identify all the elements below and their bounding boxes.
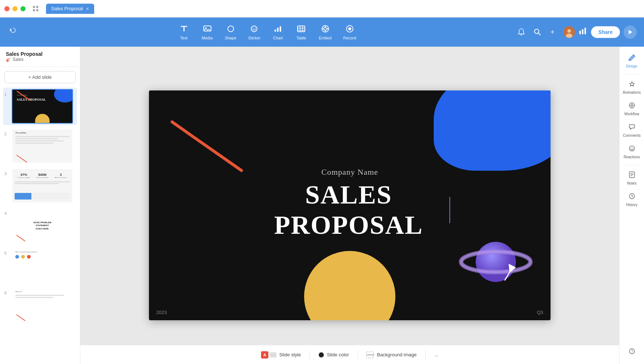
animations-panel-button[interactable]: Animations	[621, 77, 643, 97]
apps-icon[interactable]	[30, 3, 42, 15]
svg-point-21	[324, 27, 327, 30]
slide-number-2: 2	[4, 129, 9, 136]
minimize-window-btn[interactable]	[12, 6, 18, 11]
sticker-tool-button[interactable]: Sticker	[243, 22, 266, 43]
slide-thumbnail-5: Who is impacted by this problem?	[12, 248, 73, 283]
record-tool-label: Record	[343, 36, 356, 40]
slide-thumbnail-1: Company Name SALES PROPOSAL	[12, 89, 73, 124]
table-tool-icon	[297, 24, 306, 34]
slide-color-label: Slide color	[327, 352, 349, 357]
background-image-label: Background image	[377, 352, 417, 357]
svg-line-29	[538, 33, 541, 35]
svg-rect-13	[277, 28, 279, 32]
planet-sticker[interactable]	[456, 233, 536, 291]
bottom-sep-3	[425, 351, 426, 359]
share-button[interactable]: Share	[591, 26, 620, 38]
notifications-button[interactable]	[515, 26, 528, 38]
svg-rect-36	[584, 28, 586, 34]
comments-icon	[628, 123, 636, 132]
svg-marker-37	[629, 30, 632, 34]
table-tool-label: Table	[296, 36, 306, 40]
slide-color-item[interactable]: Slide color	[319, 352, 349, 357]
history-icon	[628, 193, 636, 202]
play-button[interactable]	[624, 26, 637, 39]
add-slide-button[interactable]: + Add slide	[4, 71, 76, 83]
reactions-label: Reactions	[624, 155, 640, 159]
red-line-decoration	[170, 120, 244, 173]
title-bar: Sales Proposal ×	[0, 0, 644, 18]
design-icon	[628, 54, 636, 63]
svg-point-50	[630, 148, 631, 148]
more-options-item[interactable]: ...	[434, 352, 438, 357]
slide-item-5[interactable]: 5 Who is impacted by this problem?	[3, 247, 77, 284]
app-body: Sales Proposal 🎸 Sales + Add slide 1 Com…	[0, 47, 644, 364]
chart-tool-button[interactable]: Chart	[267, 22, 289, 43]
bottom-sep-1	[310, 351, 310, 359]
history-panel-button[interactable]: History	[621, 190, 643, 210]
undo-button[interactable]	[7, 26, 19, 39]
workflow-icon	[628, 102, 636, 111]
slide-item-6[interactable]: 6 Why now?	[3, 286, 77, 324]
slide-item-2[interactable]: 2 The problem	[3, 127, 77, 165]
add-button[interactable]: +	[547, 26, 560, 38]
slide-thumbnail-4: HUGE PROBLEMSTATEMENTGOES HERE.	[12, 208, 73, 243]
svg-point-33	[566, 34, 572, 38]
svg-text:+: +	[551, 28, 555, 36]
slide-item-3[interactable]: 3 67% Customer engaged $40M Revenue achi…	[3, 167, 77, 205]
slide-item-4[interactable]: 4 HUGE PROBLEMSTATEMENTGOES HERE.	[3, 207, 77, 244]
svg-rect-12	[275, 30, 276, 32]
background-icon	[367, 355, 374, 355]
history-label: History	[626, 203, 637, 207]
search-button[interactable]	[531, 26, 544, 38]
color-dot	[319, 352, 324, 357]
background-image-item[interactable]: Background image	[367, 352, 417, 357]
svg-rect-34	[579, 31, 581, 34]
canvas-text-area: Company Name SALES PROPOSAL	[249, 167, 450, 240]
active-tab[interactable]: Sales Proposal ×	[46, 4, 94, 14]
analytics-button[interactable]	[579, 27, 587, 38]
record-tool-button[interactable]: Record	[338, 22, 361, 43]
notes-panel-button[interactable]: Notes	[621, 168, 643, 188]
embed-tool-button[interactable]: Embed	[314, 22, 337, 43]
help-button[interactable]: ?	[621, 345, 643, 360]
slide-style-item[interactable]: A Slide style	[261, 351, 301, 359]
slide-canvas[interactable]: Company Name SALES PROPOSAL	[149, 90, 551, 320]
workflow-label: Workflow	[624, 112, 639, 116]
breadcrumb-title: Sales Proposal	[6, 51, 74, 57]
shape-tool-icon	[226, 24, 235, 34]
svg-point-32	[567, 29, 571, 33]
slide-number-5: 5	[4, 248, 9, 255]
main-title-text: SALES PROPOSAL	[249, 180, 450, 240]
comments-panel-button[interactable]: Comments	[621, 120, 643, 140]
text-tool-button[interactable]: Text	[173, 22, 195, 43]
svg-point-43	[629, 103, 635, 108]
yellow-circle-decoration	[304, 251, 395, 320]
avatar[interactable]	[563, 26, 575, 38]
shape-tool-button[interactable]: Shape	[220, 22, 242, 43]
embed-tool-icon	[321, 24, 330, 34]
style-a-badge: A	[261, 351, 268, 359]
main-area: Company Name SALES PROPOSAL	[80, 47, 619, 364]
svg-point-11	[255, 27, 256, 28]
notes-label: Notes	[627, 181, 636, 185]
slide-thumbnail-3: 67% Customer engaged $40M Revenue achiev…	[12, 169, 73, 203]
chart-tool-label: Chart	[273, 36, 283, 40]
svg-rect-15	[298, 26, 305, 32]
slide-number-6: 6	[4, 288, 9, 295]
sidebar-separator-2	[625, 165, 639, 165]
tab-close-icon[interactable]: ×	[86, 6, 89, 12]
close-window-btn[interactable]	[4, 6, 9, 11]
sticker-tool-icon	[250, 24, 258, 34]
workflow-panel-button[interactable]: Workflow	[621, 99, 643, 119]
table-tool-button[interactable]: Table	[290, 22, 312, 43]
design-panel-button[interactable]: Design	[621, 51, 643, 71]
media-tool-button[interactable]: Media	[196, 22, 218, 43]
sticker-tool-label: Sticker	[248, 36, 261, 40]
quarter-label: Q3	[537, 310, 543, 315]
svg-rect-35	[582, 29, 583, 34]
slide-item-1[interactable]: 1 Company Name SALES PROPOSAL	[3, 88, 77, 125]
maximize-window-btn[interactable]	[20, 6, 26, 11]
text-tool-label: Text	[180, 36, 187, 40]
reactions-panel-button[interactable]: Reactions	[621, 142, 643, 162]
company-name-text: Company Name	[249, 167, 450, 177]
